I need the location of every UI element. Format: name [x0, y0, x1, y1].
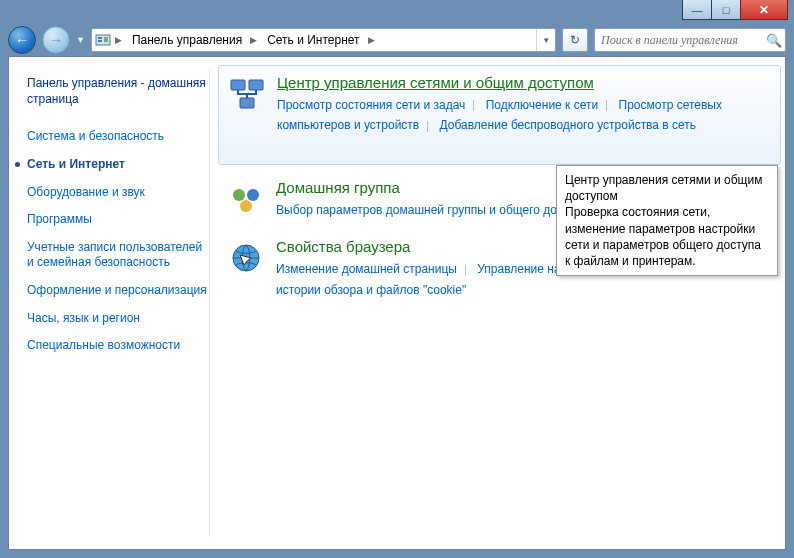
- window-controls: — □ ✕: [683, 0, 788, 20]
- maximize-icon: □: [723, 4, 730, 16]
- search-icon[interactable]: 🔍: [763, 33, 785, 48]
- sidebar-item-2[interactable]: Оборудование и звук: [27, 185, 207, 201]
- section-link[interactable]: Добавление беспроводного устройства в се…: [440, 118, 697, 132]
- minimize-button[interactable]: —: [682, 0, 712, 20]
- refresh-icon: ↻: [570, 33, 580, 47]
- breadcrumb-root[interactable]: Панель управления: [124, 29, 248, 51]
- network-sharing-icon: [227, 74, 267, 114]
- refresh-button[interactable]: ↻: [562, 28, 588, 52]
- close-button[interactable]: ✕: [740, 0, 788, 20]
- svg-point-8: [247, 189, 259, 201]
- tooltip-title: Центр управления сетями и общим доступом: [565, 172, 769, 204]
- nav-row: ← → ▼ ▶ Панель управления ▶ Сеть и Интер…: [0, 26, 794, 54]
- tooltip-body: Проверка состояния сети, изменение парам…: [565, 204, 769, 269]
- sidebar-item-0[interactable]: Система и безопасность: [27, 129, 207, 145]
- section-title[interactable]: Центр управления сетями и общим доступом: [277, 74, 772, 91]
- section-link[interactable]: Подключение к сети: [486, 98, 598, 112]
- history-chevron[interactable]: ▼: [76, 35, 85, 45]
- control-panel-icon: [95, 32, 111, 48]
- svg-rect-4: [231, 80, 245, 90]
- sidebar-item-5[interactable]: Оформление и персонализация: [27, 283, 207, 299]
- explorer-window: — □ ✕ ← → ▼ ▶ Панель управления ▶ Сеть и…: [0, 0, 794, 558]
- arrow-right-icon: →: [49, 33, 63, 47]
- main-panel: Центр управления сетями и общим доступом…: [210, 57, 785, 549]
- svg-point-9: [240, 200, 252, 212]
- section-network-sharing: Центр управления сетями и общим доступом…: [227, 74, 772, 136]
- address-bar[interactable]: ▶ Панель управления ▶ Сеть и Интернет ▶ …: [91, 28, 556, 52]
- sidebar-item-3[interactable]: Программы: [27, 212, 207, 228]
- close-icon: ✕: [759, 3, 769, 17]
- sidebar-item-7[interactable]: Специальные возможности: [27, 338, 207, 354]
- arrow-left-icon: ←: [15, 33, 29, 47]
- sidebar-item-4[interactable]: Учетные записи пользователей и семейная …: [27, 240, 207, 271]
- svg-point-7: [233, 189, 245, 201]
- chevron-right-icon[interactable]: ▶: [113, 35, 124, 45]
- sidebar: Панель управления - домашняя страница Си…: [9, 57, 209, 549]
- search-input[interactable]: [595, 33, 763, 48]
- homegroup-icon: [226, 179, 266, 219]
- chevron-right-icon[interactable]: ▶: [366, 35, 377, 45]
- search-box[interactable]: 🔍: [594, 28, 786, 52]
- titlebar[interactable]: — □ ✕: [0, 0, 794, 26]
- minimize-icon: —: [692, 4, 703, 16]
- maximize-button[interactable]: □: [711, 0, 741, 20]
- sidebar-item-1[interactable]: Сеть и Интернет: [27, 157, 207, 173]
- svg-rect-6: [240, 98, 254, 108]
- svg-rect-1: [98, 37, 102, 39]
- address-dropdown[interactable]: ▾: [536, 29, 555, 51]
- svg-rect-3: [104, 37, 108, 42]
- breadcrumb-sub[interactable]: Сеть и Интернет: [259, 29, 365, 51]
- sidebar-home[interactable]: Панель управления - домашняя страница: [27, 75, 207, 107]
- section-link[interactable]: Изменение домашней страницы: [276, 262, 457, 276]
- section-link[interactable]: Просмотр состояния сети и задач: [277, 98, 465, 112]
- tooltip: Центр управления сетями и общим доступом…: [556, 165, 778, 276]
- chevron-right-icon[interactable]: ▶: [248, 35, 259, 45]
- client-area: Панель управления - домашняя страница Си…: [8, 56, 786, 550]
- svg-rect-5: [249, 80, 263, 90]
- back-button[interactable]: ←: [8, 26, 36, 54]
- forward-button[interactable]: →: [42, 26, 70, 54]
- section-links: Просмотр состояния сети и задач Подключе…: [277, 95, 772, 136]
- sidebar-item-6[interactable]: Часы, язык и регион: [27, 311, 207, 327]
- internet-options-icon: [226, 238, 266, 278]
- svg-rect-2: [98, 40, 102, 42]
